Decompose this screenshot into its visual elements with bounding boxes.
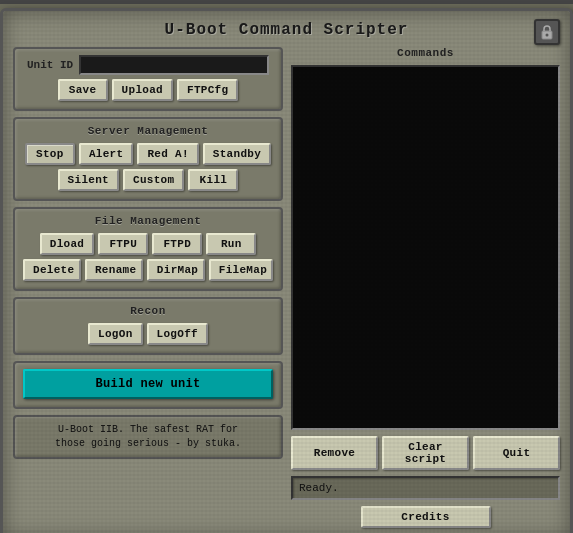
filemap-button[interactable]: FileMap <box>209 259 273 281</box>
recon-section: Recon LogOn LogOff <box>13 297 283 355</box>
app-window: U-Boot Command Scripter Unit ID Save Upl… <box>0 8 573 533</box>
stop-button[interactable]: Stop <box>25 143 75 165</box>
commands-label: Commands <box>291 47 560 59</box>
remove-button[interactable]: Remove <box>291 436 378 470</box>
left-panel: Unit ID Save Upload FTPCfg Server Manage… <box>13 47 283 528</box>
kill-button[interactable]: Kill <box>188 169 238 191</box>
logon-button[interactable]: LogOn <box>88 323 143 345</box>
quit-button[interactable]: Quit <box>473 436 560 470</box>
file-management-section: File Management Dload FTPU FTPD Run Dele… <box>13 207 283 291</box>
info-line1: U-Boot IIB. The safest RAT for <box>23 423 273 437</box>
file-management-label: File Management <box>23 215 273 227</box>
server-management-section: Server Management Stop Alert Red A! Stan… <box>13 117 283 201</box>
dirmap-button[interactable]: DirMap <box>147 259 205 281</box>
server-management-label: Server Management <box>23 125 273 137</box>
right-panel: Commands Remove Clear script Quit Ready.… <box>291 47 560 528</box>
clear-script-button[interactable]: Clear script <box>382 436 469 470</box>
info-line2: those going serious - by stuka. <box>23 437 273 451</box>
info-box: U-Boot IIB. The safest RAT for those goi… <box>13 415 283 459</box>
standby-button[interactable]: Standby <box>203 143 271 165</box>
unit-id-input[interactable] <box>79 55 269 75</box>
build-new-unit-button[interactable]: Build new unit <box>23 369 273 399</box>
unit-id-label: Unit ID <box>27 59 73 71</box>
upload-button[interactable]: Upload <box>112 79 173 101</box>
commands-textarea[interactable] <box>291 65 560 430</box>
unit-id-section: Unit ID Save Upload FTPCfg <box>13 47 283 111</box>
dload-button[interactable]: Dload <box>40 233 95 255</box>
ftpcfg-button[interactable]: FTPCfg <box>177 79 238 101</box>
rename-button[interactable]: Rename <box>85 259 143 281</box>
status-text: Ready. <box>299 482 339 494</box>
script-actions: Remove Clear script Quit <box>291 436 560 470</box>
red-alert-button[interactable]: Red A! <box>137 143 198 165</box>
recon-label: Recon <box>23 305 273 317</box>
run-button[interactable]: Run <box>206 233 256 255</box>
credits-row: Credits <box>291 506 560 528</box>
app-icon[interactable] <box>534 19 560 45</box>
silent-button[interactable]: Silent <box>58 169 119 191</box>
save-button[interactable]: Save <box>58 79 108 101</box>
build-section: Build new unit <box>13 361 283 409</box>
custom-button[interactable]: Custom <box>123 169 184 191</box>
status-area: Ready. <box>291 476 560 500</box>
alert-button[interactable]: Alert <box>79 143 134 165</box>
app-title: U-Boot Command Scripter <box>13 21 560 39</box>
ftpd-button[interactable]: FTPD <box>152 233 202 255</box>
credits-button[interactable]: Credits <box>361 506 491 528</box>
delete-button[interactable]: Delete <box>23 259 81 281</box>
ftpu-button[interactable]: FTPU <box>98 233 148 255</box>
svg-point-1 <box>546 34 549 37</box>
logoff-button[interactable]: LogOff <box>147 323 208 345</box>
